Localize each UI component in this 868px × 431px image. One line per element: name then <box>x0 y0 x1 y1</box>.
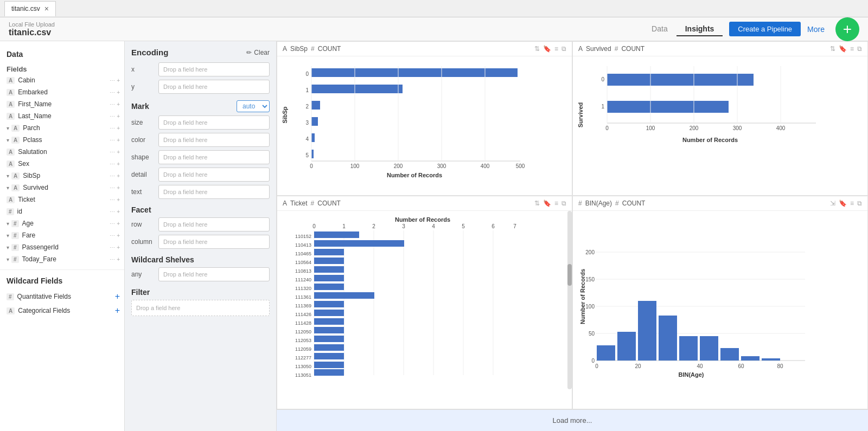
svg-text:0: 0 <box>595 363 598 369</box>
svg-text:112053: 112053 <box>295 338 311 343</box>
create-pipeline-button[interactable]: Create a Pipeline <box>729 22 801 36</box>
encoding-text-row: text Drop a field here <box>131 185 270 199</box>
header-row: Local File Upload titanic.csv Data Insig… <box>0 17 868 41</box>
field-type-ticket: A <box>7 196 15 203</box>
chart-survived: A Survived # COUNT ⇅ 🔖 ≡ ⧉ Survived <box>572 41 868 196</box>
svg-text:400: 400 <box>481 163 490 169</box>
list2-icon[interactable]: ≡ <box>850 45 854 53</box>
facet-header: Facet <box>131 205 270 214</box>
bookmark3-icon[interactable]: 🔖 <box>543 200 551 207</box>
load-more[interactable]: Load more... <box>277 409 868 431</box>
encoding-color-drop[interactable]: Drop a field here <box>158 133 270 147</box>
list4-icon[interactable]: ≡ <box>850 200 854 207</box>
svg-rect-66 <box>314 344 344 351</box>
field-item[interactable]: ▾ # Age ⋯ + <box>0 217 124 229</box>
svg-text:111361: 111361 <box>295 294 311 300</box>
chart1-bar-0 <box>311 68 518 77</box>
encoding-any-drop[interactable]: Drop a field here <box>158 267 270 281</box>
field-item[interactable]: A First_Name ⋯ + <box>0 98 124 110</box>
bookmark-icon[interactable]: 🔖 <box>543 45 551 53</box>
encoding-column-drop[interactable]: Drop a field here <box>158 235 270 249</box>
svg-rect-72 <box>314 369 344 376</box>
encoding-size-drop[interactable]: Drop a field here <box>158 115 270 130</box>
mark-select[interactable]: auto bar line point <box>237 100 270 112</box>
svg-text:113050: 113050 <box>295 364 311 369</box>
chart3-scrollbar[interactable] <box>567 211 572 389</box>
resize4-icon[interactable]: ⇲ <box>830 200 835 207</box>
mark-label: Mark <box>131 102 149 111</box>
field-item[interactable]: ▾ A Pclass ⋯ + <box>0 134 124 146</box>
encoding-x-drop[interactable]: Drop a field here <box>158 62 270 76</box>
bookmark2-icon[interactable]: 🔖 <box>839 45 847 53</box>
encoding-row-drop[interactable]: Drop a field here <box>158 217 270 231</box>
field-item[interactable]: ▾ # PassengerId ⋯ + <box>0 241 124 253</box>
svg-text:50: 50 <box>589 331 595 337</box>
tab-insights[interactable]: Insights <box>676 22 723 36</box>
filter-drop[interactable]: Drop a field here <box>131 300 270 316</box>
expand-age[interactable]: ▾ <box>7 221 9 227</box>
encoding-y-drop[interactable]: Drop a field here <box>158 80 270 94</box>
expand-fare[interactable]: ▾ <box>7 233 9 239</box>
field-item[interactable]: A Salutation ⋯ + <box>0 146 124 158</box>
field-name-age: Age <box>22 220 110 227</box>
wildcard-quantitative[interactable]: # Quantitative Fields + <box>0 290 124 304</box>
add-quantitative-icon[interactable]: + <box>115 292 120 301</box>
field-item[interactable]: ▾ A Survived ⋯ + <box>0 182 124 194</box>
clear-button[interactable]: ✏ Clear <box>246 49 270 56</box>
expand-todayfare[interactable]: ▾ <box>7 256 9 262</box>
field-item[interactable]: A Sex ⋯ + <box>0 158 124 170</box>
sidebar-section-title: Data <box>0 48 124 63</box>
svg-rect-60 <box>314 318 344 325</box>
svg-rect-58 <box>314 310 344 316</box>
encoding-color-label: color <box>131 136 158 144</box>
svg-rect-50 <box>314 275 344 281</box>
expand-pclass[interactable]: ▾ <box>7 137 9 143</box>
encoding-detail-drop[interactable]: Drop a field here <box>158 168 270 182</box>
sort2-icon[interactable]: ⇅ <box>830 45 835 53</box>
file-tab[interactable]: titanic.csv × <box>4 1 56 16</box>
tab-data[interactable]: Data <box>643 22 676 36</box>
field-item[interactable]: ▾ A SibSp ⋯ + <box>0 170 124 182</box>
field-item[interactable]: A Cabin ⋯ + <box>0 74 124 86</box>
expand-parch[interactable]: ▾ <box>7 125 9 131</box>
copy-icon[interactable]: ⧉ <box>561 45 566 53</box>
sort-icon[interactable]: ⇅ <box>534 45 540 53</box>
svg-text:112059: 112059 <box>295 346 311 352</box>
field-item[interactable]: A Embarked ⋯ + <box>0 86 124 98</box>
field-item[interactable]: A Ticket ⋯ + <box>0 194 124 205</box>
field-item[interactable]: A Last_Name ⋯ + <box>0 110 124 122</box>
more-button[interactable]: More <box>807 25 825 34</box>
expand-survived[interactable]: ▾ <box>7 185 9 191</box>
field-icons-cabin: ⋯ + <box>110 78 120 83</box>
wildcard-categorical[interactable]: A Categorical Fields + <box>0 304 124 318</box>
field-item[interactable]: ▾ A Parch ⋯ + <box>0 122 124 134</box>
copy2-icon[interactable]: ⧉ <box>857 45 862 53</box>
svg-text:500: 500 <box>516 163 525 169</box>
svg-rect-54 <box>314 292 374 299</box>
chart1-field2-name: COUNT <box>318 45 341 53</box>
add-categorical-icon[interactable]: + <box>115 306 120 316</box>
sort3-icon[interactable]: ⇅ <box>534 200 540 207</box>
tab-close[interactable]: × <box>44 4 49 13</box>
encoding-text-drop[interactable]: Drop a field here <box>158 185 270 199</box>
list3-icon[interactable]: ≡ <box>554 200 558 207</box>
list-icon[interactable]: ≡ <box>554 45 558 53</box>
bookmark4-icon[interactable]: 🔖 <box>839 200 847 207</box>
chart2-svg: Survived 0 1 0 100 200 300 400 <box>577 61 810 169</box>
svg-text:0: 0 <box>601 76 604 82</box>
field-item[interactable]: ▾ # Today_Fare ⋯ + <box>0 253 124 265</box>
chart4-bar-1 <box>617 332 636 361</box>
wildcard-type-cat: A <box>7 307 15 314</box>
add-button[interactable]: + <box>835 17 859 41</box>
field-item[interactable]: # id ⋯ + <box>0 205 124 217</box>
chart3-field1-type: A <box>283 200 287 207</box>
svg-text:100: 100 <box>585 304 595 310</box>
field-item[interactable]: ▾ # Fare ⋯ + <box>0 229 124 241</box>
encoding-panel: Encoding ✏ Clear x Drop a field here y D… <box>125 41 277 431</box>
chart1-bar-4 <box>311 133 315 142</box>
expand-passengerid[interactable]: ▾ <box>7 245 9 250</box>
expand-sibsp[interactable]: ▾ <box>7 173 9 179</box>
encoding-shape-drop[interactable]: Drop a field here <box>158 150 270 164</box>
copy3-icon[interactable]: ⧉ <box>561 200 566 207</box>
copy4-icon[interactable]: ⧉ <box>857 200 862 207</box>
